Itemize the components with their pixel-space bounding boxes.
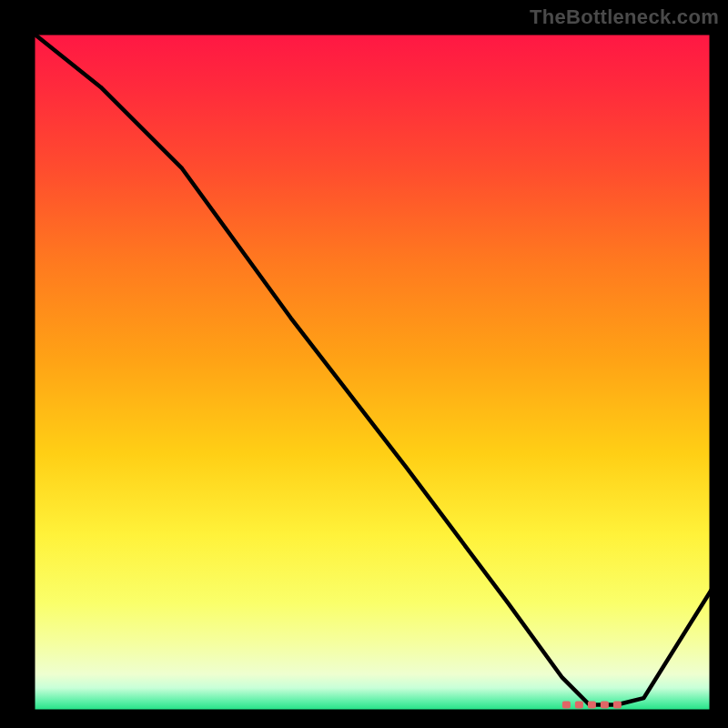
plot-background bbox=[33, 33, 712, 712]
bottleneck-chart bbox=[0, 0, 728, 728]
marker-dash bbox=[575, 702, 583, 709]
watermark-text: TheBottleneck.com bbox=[530, 5, 719, 29]
marker-dash bbox=[613, 702, 622, 709]
chart-root: TheBottleneck.com bbox=[0, 0, 728, 728]
marker-dash bbox=[588, 702, 596, 709]
marker-dash bbox=[601, 702, 609, 709]
marker-dash bbox=[562, 702, 571, 709]
